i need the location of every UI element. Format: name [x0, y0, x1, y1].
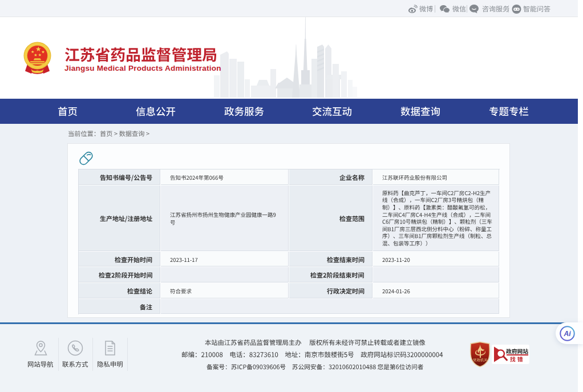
svg-text:Ai: Ai — [564, 330, 572, 338]
